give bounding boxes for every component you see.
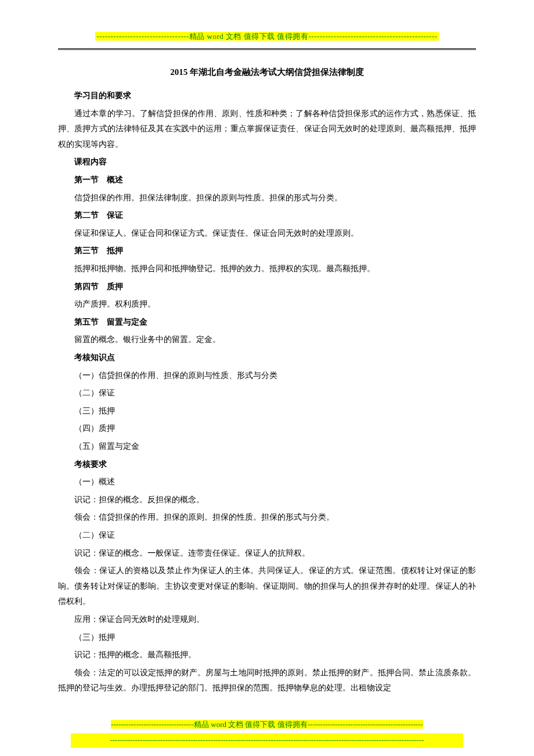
point-1: （一）信贷担保的作用、担保的原则与性质、形式与分类 bbox=[58, 368, 476, 384]
footer-banner-1-text: ---------------------------------精品 word… bbox=[111, 720, 423, 729]
req3-a: 识记：抵押的概念。最高额抵押。 bbox=[58, 647, 476, 663]
section3-para: 抵押和抵押物。抵押合同和抵押物登记。抵押的效力。抵押权的实现。最高额抵押。 bbox=[58, 261, 476, 277]
req1-b: 领会：信贷担保的作用。担保的原则。担保的性质。担保的形式与分类。 bbox=[58, 510, 476, 525]
section5-para: 留置的概念。银行业务中的留置。定金。 bbox=[58, 332, 476, 348]
footer-banner-2: ----------------------------------------… bbox=[71, 733, 464, 748]
point-2: （二）保证 bbox=[58, 386, 476, 401]
section4-para: 动产质押。权利质押。 bbox=[58, 297, 476, 312]
section1-heading: 第一节 概述 bbox=[58, 172, 476, 188]
section3-heading: 第三节 抵押 bbox=[58, 243, 476, 259]
document-page: ---------------------------------精品 word… bbox=[0, 0, 534, 756]
req3-b: 领会：法定的可以设定抵押的财产。房屋与土地同时抵押的原则。禁止抵押的财产。抵押合… bbox=[58, 665, 476, 696]
point-3: （三）抵押 bbox=[58, 404, 476, 419]
heading-requirements: 考核要求 bbox=[58, 457, 476, 473]
heading-objective: 学习目的和要求 bbox=[58, 88, 476, 104]
req2-b: 领会：保证人的资格以及禁止作为保证人的主体。共同保证人。保证的方式。保证范围。债… bbox=[58, 563, 476, 610]
document-title: 2015 年湖北自考金融法考试大纲信贷担保法律制度 bbox=[58, 64, 476, 81]
header-banner-text: ---------------------------------精品 word… bbox=[95, 32, 438, 41]
section1-para: 信贷担保的作用。担保法律制度。担保的原则与性质。担保的形式与分类。 bbox=[58, 190, 476, 206]
req1-heading: （一）概述 bbox=[58, 474, 476, 490]
footer: ---------------------------------精品 word… bbox=[58, 717, 476, 748]
header-rule bbox=[58, 48, 476, 50]
req2-a: 识记：保证的概念。一般保证。连带责任保证。保证人的抗辩权。 bbox=[58, 546, 476, 561]
req2-c: 应用：保证合同无效时的处理规则。 bbox=[58, 612, 476, 628]
req2-heading: （二）保证 bbox=[58, 528, 476, 543]
req3-heading: （三）抵押 bbox=[58, 630, 476, 646]
section4-heading: 第四节 质押 bbox=[58, 279, 476, 295]
req1-a: 识记：担保的概念。反担保的概念。 bbox=[58, 492, 476, 508]
para-objective: 通过本章的学习。了解信贷担保的作用、原则、性质和种类；了解各种信贷担保形式的运作… bbox=[58, 106, 476, 153]
point-4: （四）质押 bbox=[58, 421, 476, 437]
section2-para: 保证和保证人。保证合同和保证方式。保证责任。保证合同无效时的处理原则。 bbox=[58, 226, 476, 242]
section5-heading: 第五节 留置与定金 bbox=[58, 315, 476, 330]
heading-content: 课程内容 bbox=[58, 154, 476, 170]
header-banner: ---------------------------------精品 word… bbox=[58, 29, 476, 45]
point-5: （五）留置与定金 bbox=[58, 439, 476, 455]
heading-points: 考核知识点 bbox=[58, 350, 476, 366]
section2-heading: 第二节 保证 bbox=[58, 208, 476, 224]
footer-banner-1: ---------------------------------精品 word… bbox=[58, 717, 476, 733]
